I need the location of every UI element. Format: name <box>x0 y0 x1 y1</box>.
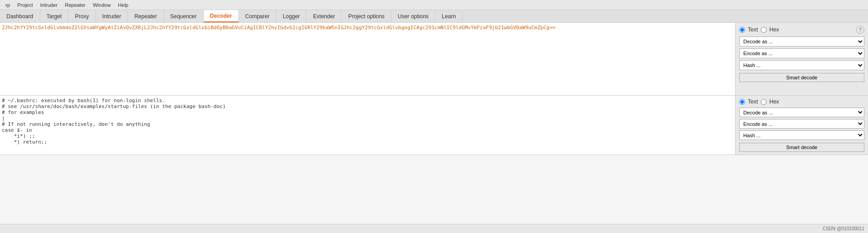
right-panel-2: Text Hex Decode as ... Encode as ... Has… <box>736 96 868 155</box>
hex-label-2[interactable]: Hex <box>769 98 779 105</box>
tab-dashboard[interactable]: Dashboard <box>0 10 40 22</box>
hex-radio-1[interactable] <box>761 27 767 33</box>
panel-row-2: # ~/.bashrc: executed by bash(1) for non… <box>0 96 868 155</box>
footer-text: CSDN @010100011 <box>823 226 864 231</box>
tab-intruder[interactable]: Intruder <box>96 10 128 22</box>
tab-user-options[interactable]: User options <box>392 10 435 22</box>
menu-intruder[interactable]: Intruder <box>37 1 61 9</box>
menu-bar: rp Project Intruder Repeater Window Help <box>0 0 868 10</box>
hex-label-1[interactable]: Hex <box>769 26 779 33</box>
menu-window[interactable]: Window <box>89 1 114 9</box>
decode-as-select-1[interactable]: Decode as ... <box>739 36 864 47</box>
tab-project-options[interactable]: Project options <box>342 10 391 22</box>
text-radio-1[interactable] <box>739 27 745 33</box>
tab-sequencer[interactable]: Sequencer <box>164 10 204 22</box>
hex-radio-2[interactable] <box>761 99 767 105</box>
tab-comparer[interactable]: Comparer <box>239 10 276 22</box>
encoded-text-area[interactable]: 2Jhc2hfY29tcGxldGlvbmdoZ2lGVsaWYgWyAtZiA… <box>0 23 736 95</box>
encode-as-select-2[interactable]: Encode as ... <box>739 119 864 129</box>
menu-rp[interactable]: rp <box>2 1 14 9</box>
tab-learn[interactable]: Learn <box>435 10 463 22</box>
smart-decode-button-2[interactable]: Smart decode <box>739 143 864 152</box>
hash-select-1[interactable]: Hash ... <box>739 60 864 70</box>
tab-bar: Dashboard Target Proxy Intruder Repeater… <box>0 10 868 23</box>
footer: CSDN @010100011 <box>0 224 868 233</box>
tab-repeater[interactable]: Repeater <box>128 10 164 22</box>
menu-project[interactable]: Project <box>14 1 37 9</box>
hash-select-2[interactable]: Hash ... <box>739 130 864 140</box>
tab-extender[interactable]: Extender <box>307 10 342 22</box>
text-radio-2[interactable] <box>739 99 745 105</box>
tab-proxy[interactable]: Proxy <box>69 10 96 22</box>
menu-help[interactable]: Help <box>114 1 132 9</box>
smart-decode-button-1[interactable]: Smart decode <box>739 73 864 82</box>
text-label-2[interactable]: Text <box>748 98 758 105</box>
tab-logger[interactable]: Logger <box>276 10 307 22</box>
decoded-text-area[interactable]: # ~/.bashrc: executed by bash(1) for non… <box>0 96 736 155</box>
encode-as-select-1[interactable]: Encode as ... <box>739 48 864 58</box>
right-panel-1: Text Hex ? Decode as ... Encode as ... H… <box>736 23 868 95</box>
radio-group-1: Text Hex ? <box>739 26 864 34</box>
decoded-text-content: # ~/.bashrc: executed by bash(1) for non… <box>2 98 733 145</box>
panel-row-1: 2Jhc2hfY29tcGxldGlvbmdoZ2lGVsaWYgWyAtZiA… <box>0 23 868 96</box>
tab-decoder[interactable]: Decoder <box>204 10 239 22</box>
tab-target[interactable]: Target <box>40 10 69 22</box>
menu-repeater[interactable]: Repeater <box>61 1 89 9</box>
radio-group-2: Text Hex <box>739 98 864 105</box>
help-button-1[interactable]: ? <box>856 26 864 34</box>
text-label-1[interactable]: Text <box>748 26 758 33</box>
decoder-container: 2Jhc2hfY29tcGxldGlvbmdoZ2lGVsaWYgWyAtZiA… <box>0 23 868 224</box>
decode-as-select-2[interactable]: Decode as ... <box>739 108 864 117</box>
encoded-text-content: 2Jhc2hfY29tcGxldGlvbmdoZ2lGVsaWYgWyAtZiA… <box>2 25 733 31</box>
